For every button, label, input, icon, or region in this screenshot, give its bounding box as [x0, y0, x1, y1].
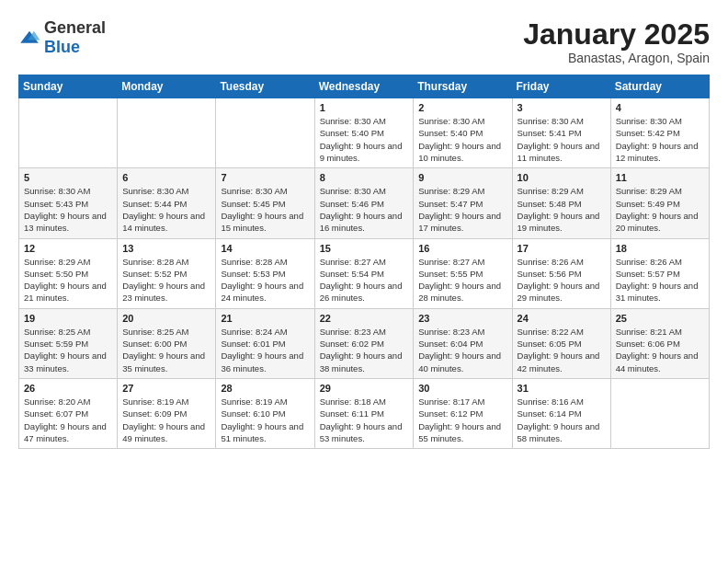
cell-w4-d2: 28Sunrise: 8:19 AM Sunset: 6:10 PM Dayli…	[216, 378, 314, 448]
day-number-14: 14	[221, 243, 309, 254]
day-info-6: Sunrise: 8:30 AM Sunset: 5:44 PM Dayligh…	[122, 185, 210, 234]
calendar-subtitle: Banastas, Aragon, Spain	[523, 51, 710, 65]
cell-w1-d2: 7Sunrise: 8:30 AM Sunset: 5:45 PM Daylig…	[216, 168, 314, 238]
cell-w1-d1: 6Sunrise: 8:30 AM Sunset: 5:44 PM Daylig…	[118, 168, 216, 238]
day-info-10: Sunrise: 8:29 AM Sunset: 5:48 PM Dayligh…	[518, 185, 606, 234]
day-number-19: 19	[24, 313, 112, 324]
cell-w2-d3: 15Sunrise: 8:27 AM Sunset: 5:54 PM Dayli…	[314, 238, 414, 308]
day-number-11: 11	[616, 172, 704, 183]
day-info-15: Sunrise: 8:27 AM Sunset: 5:54 PM Dayligh…	[320, 256, 409, 304]
day-number-31: 31	[518, 383, 606, 394]
cell-w3-d1: 20Sunrise: 8:25 AM Sunset: 6:00 PM Dayli…	[118, 308, 216, 378]
day-info-30: Sunrise: 8:17 AM Sunset: 6:12 PM Dayligh…	[418, 396, 506, 444]
day-info-5: Sunrise: 8:30 AM Sunset: 5:43 PM Dayligh…	[24, 185, 112, 234]
day-number-5: 5	[24, 172, 112, 183]
cell-w3-d5: 24Sunrise: 8:22 AM Sunset: 6:05 PM Dayli…	[512, 308, 610, 378]
day-info-1: Sunrise: 8:30 AM Sunset: 5:40 PM Dayligh…	[320, 115, 409, 164]
day-info-2: Sunrise: 8:30 AM Sunset: 5:40 PM Dayligh…	[418, 115, 506, 164]
day-info-7: Sunrise: 8:30 AM Sunset: 5:45 PM Dayligh…	[221, 185, 309, 234]
cell-w4-d3: 29Sunrise: 8:18 AM Sunset: 6:11 PM Dayli…	[314, 378, 414, 448]
day-number-6: 6	[122, 172, 210, 183]
day-number-27: 27	[122, 383, 210, 394]
cell-w3-d3: 22Sunrise: 8:23 AM Sunset: 6:02 PM Dayli…	[314, 308, 414, 378]
day-number-26: 26	[24, 383, 112, 394]
cell-w2-d5: 17Sunrise: 8:26 AM Sunset: 5:56 PM Dayli…	[512, 238, 610, 308]
day-number-28: 28	[221, 383, 309, 394]
day-number-23: 23	[418, 313, 506, 324]
day-number-21: 21	[221, 313, 309, 324]
day-info-25: Sunrise: 8:21 AM Sunset: 6:06 PM Dayligh…	[616, 326, 704, 374]
logo: General Blue	[18, 18, 106, 57]
day-info-31: Sunrise: 8:16 AM Sunset: 6:14 PM Dayligh…	[518, 396, 606, 444]
cell-w3-d0: 19Sunrise: 8:25 AM Sunset: 5:59 PM Dayli…	[19, 308, 118, 378]
col-thursday: Thursday	[414, 75, 512, 98]
col-monday: Monday	[118, 75, 216, 98]
cell-w4-d0: 26Sunrise: 8:20 AM Sunset: 6:07 PM Dayli…	[19, 378, 118, 448]
cell-w2-d4: 16Sunrise: 8:27 AM Sunset: 5:55 PM Dayli…	[414, 238, 512, 308]
header-row: Sunday Monday Tuesday Wednesday Thursday…	[19, 75, 710, 98]
col-sunday: Sunday	[19, 75, 118, 98]
day-number-3: 3	[518, 102, 606, 113]
cell-w2-d2: 14Sunrise: 8:28 AM Sunset: 5:53 PM Dayli…	[216, 238, 314, 308]
day-number-22: 22	[320, 313, 409, 324]
day-info-16: Sunrise: 8:27 AM Sunset: 5:55 PM Dayligh…	[418, 256, 506, 304]
logo-blue: Blue	[44, 38, 80, 56]
day-info-8: Sunrise: 8:30 AM Sunset: 5:46 PM Dayligh…	[320, 185, 409, 234]
logo-text: General Blue	[44, 18, 106, 57]
col-wednesday: Wednesday	[314, 75, 414, 98]
day-number-8: 8	[320, 172, 409, 183]
day-number-16: 16	[418, 243, 506, 254]
day-info-14: Sunrise: 8:28 AM Sunset: 5:53 PM Dayligh…	[221, 256, 309, 304]
col-saturday: Saturday	[610, 75, 709, 98]
day-info-17: Sunrise: 8:26 AM Sunset: 5:56 PM Dayligh…	[518, 256, 606, 304]
week-row-1: 5Sunrise: 8:30 AM Sunset: 5:43 PM Daylig…	[19, 168, 710, 238]
day-info-22: Sunrise: 8:23 AM Sunset: 6:02 PM Dayligh…	[320, 326, 409, 374]
cell-w0-d4: 2Sunrise: 8:30 AM Sunset: 5:40 PM Daylig…	[414, 98, 512, 168]
cell-w1-d4: 9Sunrise: 8:29 AM Sunset: 5:47 PM Daylig…	[414, 168, 512, 238]
cell-w4-d1: 27Sunrise: 8:19 AM Sunset: 6:09 PM Dayli…	[118, 378, 216, 448]
day-number-12: 12	[24, 243, 112, 254]
day-number-25: 25	[616, 313, 704, 324]
cell-w1-d5: 10Sunrise: 8:29 AM Sunset: 5:48 PM Dayli…	[512, 168, 610, 238]
day-number-17: 17	[518, 243, 606, 254]
day-number-30: 30	[418, 383, 506, 394]
day-number-29: 29	[320, 383, 409, 394]
day-number-7: 7	[221, 172, 309, 183]
cell-w3-d2: 21Sunrise: 8:24 AM Sunset: 6:01 PM Dayli…	[216, 308, 314, 378]
day-info-13: Sunrise: 8:28 AM Sunset: 5:52 PM Dayligh…	[122, 256, 210, 304]
calendar-body: 1Sunrise: 8:30 AM Sunset: 5:40 PM Daylig…	[19, 98, 710, 449]
day-number-2: 2	[418, 102, 506, 113]
logo-icon	[18, 29, 40, 46]
day-number-10: 10	[518, 172, 606, 183]
cell-w0-d6: 4Sunrise: 8:30 AM Sunset: 5:42 PM Daylig…	[610, 98, 709, 168]
day-info-3: Sunrise: 8:30 AM Sunset: 5:41 PM Dayligh…	[518, 115, 606, 164]
cell-w1-d6: 11Sunrise: 8:29 AM Sunset: 5:49 PM Dayli…	[610, 168, 709, 238]
cell-w2-d1: 13Sunrise: 8:28 AM Sunset: 5:52 PM Dayli…	[118, 238, 216, 308]
calendar-table: Sunday Monday Tuesday Wednesday Thursday…	[18, 75, 710, 449]
cell-w0-d1	[118, 98, 216, 168]
day-info-27: Sunrise: 8:19 AM Sunset: 6:09 PM Dayligh…	[122, 396, 210, 444]
day-number-13: 13	[122, 243, 210, 254]
calendar-title: January 2025	[523, 18, 710, 51]
col-friday: Friday	[512, 75, 610, 98]
day-info-26: Sunrise: 8:20 AM Sunset: 6:07 PM Dayligh…	[24, 396, 112, 444]
cell-w4-d4: 30Sunrise: 8:17 AM Sunset: 6:12 PM Dayli…	[414, 378, 512, 448]
cell-w3-d6: 25Sunrise: 8:21 AM Sunset: 6:06 PM Dayli…	[610, 308, 709, 378]
day-info-28: Sunrise: 8:19 AM Sunset: 6:10 PM Dayligh…	[221, 396, 309, 444]
calendar-header: Sunday Monday Tuesday Wednesday Thursday…	[19, 75, 710, 98]
cell-w2-d6: 18Sunrise: 8:26 AM Sunset: 5:57 PM Dayli…	[610, 238, 709, 308]
week-row-2: 12Sunrise: 8:29 AM Sunset: 5:50 PM Dayli…	[19, 238, 710, 308]
cell-w4-d6	[610, 378, 709, 448]
cell-w2-d0: 12Sunrise: 8:29 AM Sunset: 5:50 PM Dayli…	[19, 238, 118, 308]
title-block: January 2025 Banastas, Aragon, Spain	[523, 18, 710, 65]
col-tuesday: Tuesday	[216, 75, 314, 98]
day-info-4: Sunrise: 8:30 AM Sunset: 5:42 PM Dayligh…	[616, 115, 704, 164]
cell-w0-d3: 1Sunrise: 8:30 AM Sunset: 5:40 PM Daylig…	[314, 98, 414, 168]
day-info-11: Sunrise: 8:29 AM Sunset: 5:49 PM Dayligh…	[616, 185, 704, 234]
week-row-3: 19Sunrise: 8:25 AM Sunset: 5:59 PM Dayli…	[19, 308, 710, 378]
day-info-21: Sunrise: 8:24 AM Sunset: 6:01 PM Dayligh…	[221, 326, 309, 374]
day-number-18: 18	[616, 243, 704, 254]
cell-w4-d5: 31Sunrise: 8:16 AM Sunset: 6:14 PM Dayli…	[512, 378, 610, 448]
page: General Blue January 2025 Banastas, Arag…	[0, 0, 728, 458]
logo-general: General	[44, 18, 106, 37]
